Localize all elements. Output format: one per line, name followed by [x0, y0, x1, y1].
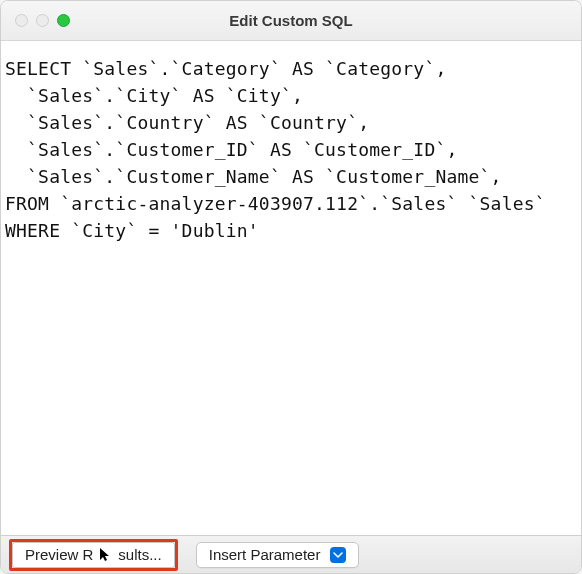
sql-editor[interactable]: SELECT `Sales`.`Category` AS `Category`,… [1, 41, 581, 535]
sql-line: WHERE `City` = 'Dublin' [5, 220, 259, 241]
dialog-window: Edit Custom SQL SELECT `Sales`.`Category… [0, 0, 582, 574]
window-controls [1, 14, 70, 27]
window-title: Edit Custom SQL [1, 12, 581, 29]
sql-line: `Sales`.`Country` AS `Country`, [5, 112, 369, 133]
highlight-annotation: Preview Rsults... [9, 539, 178, 571]
minimise-window-button[interactable] [36, 14, 49, 27]
close-window-button[interactable] [15, 14, 28, 27]
sql-line: FROM `arctic-analyzer-403907.112`.`Sales… [5, 193, 546, 214]
sql-line: `Sales`.`Customer_ID` AS `Customer_ID`, [5, 139, 458, 160]
preview-results-label-prefix: Preview R [25, 546, 93, 563]
zoom-window-button[interactable] [57, 14, 70, 27]
preview-results-button[interactable]: Preview Rsults... [12, 542, 175, 568]
preview-results-label-suffix: sults... [118, 546, 161, 563]
insert-parameter-button[interactable]: Insert Parameter [196, 542, 360, 568]
sql-line: `Sales`.`Customer_Name` AS `Customer_Nam… [5, 166, 502, 187]
titlebar: Edit Custom SQL [1, 1, 581, 41]
bottom-toolbar: Preview Rsults... Insert Parameter [1, 535, 581, 573]
sql-line: SELECT `Sales`.`Category` AS `Category`, [5, 58, 446, 79]
insert-parameter-label: Insert Parameter [209, 546, 321, 563]
sql-line: `Sales`.`City` AS `City`, [5, 85, 303, 106]
cursor-arrow-icon [100, 548, 111, 562]
chevron-down-icon [330, 547, 346, 563]
